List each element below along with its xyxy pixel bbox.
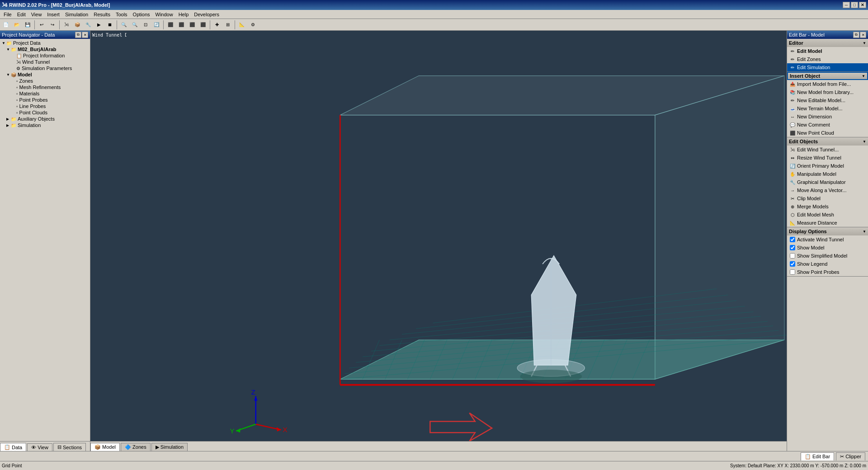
tree-simulation[interactable]: ▶ 📁 Simulation bbox=[1, 122, 89, 128]
menu-insert[interactable]: Insert bbox=[44, 11, 62, 18]
clipper-tab[interactable]: ✂ Clipper bbox=[836, 452, 865, 461]
new-terrain-label: New Terrain Model... bbox=[797, 106, 843, 111]
tree-model[interactable]: ▼ 📦 Model bbox=[1, 71, 89, 78]
measure-icon: 📐 bbox=[790, 221, 795, 226]
toolbar-btn4[interactable]: 📦 bbox=[72, 20, 82, 30]
edit-model-mesh-item[interactable]: ⬡ Edit Model Mesh bbox=[787, 211, 868, 219]
right-panel-float-btn[interactable]: ⧉ bbox=[853, 32, 859, 38]
tree-materials[interactable]: ▫ Materials bbox=[1, 90, 89, 97]
show-legend-checkbox[interactable] bbox=[790, 261, 795, 267]
viewport-tab-zones[interactable]: 🔷 Zones bbox=[121, 443, 151, 451]
toolbar-redo[interactable]: ↪ bbox=[47, 20, 57, 30]
graphical-manipulator-item[interactable]: 🔧 Graphical Manipulator bbox=[787, 178, 868, 186]
clip-model-item[interactable]: ✂ Clip Model bbox=[787, 194, 868, 202]
toolbar-zoom-out[interactable]: 🔍 bbox=[130, 20, 140, 30]
tree-sim-params[interactable]: ⚙ Simulation Parameters bbox=[1, 65, 89, 71]
import-model-item[interactable]: 📥 Import Model from File... bbox=[787, 80, 868, 88]
menu-results[interactable]: Results bbox=[91, 11, 113, 18]
tree-project-info[interactable]: 📋 Project Information bbox=[1, 52, 89, 59]
toolbar-btn6[interactable]: ▶ bbox=[94, 20, 104, 30]
toolbar-btn3[interactable]: 🌬 bbox=[61, 20, 71, 30]
toolbar-save[interactable]: 💾 bbox=[23, 20, 33, 30]
toolbar-snap[interactable]: ✚ bbox=[212, 20, 222, 30]
toolbar-open[interactable]: 📂 bbox=[12, 20, 22, 30]
toolbar-btn5[interactable]: 🔧 bbox=[83, 20, 93, 30]
activate-wind-tunnel-checkbox[interactable] bbox=[790, 237, 795, 242]
viewport-tab-model[interactable]: 📦 Model bbox=[90, 443, 120, 451]
toolbar-view-2[interactable]: ⬛ bbox=[176, 20, 186, 30]
left-panel-close-btn[interactable]: ✕ bbox=[82, 32, 88, 38]
toolbar-grid[interactable]: ⊞ bbox=[223, 20, 233, 30]
edit-model-item[interactable]: ✏ Edit Model bbox=[787, 47, 868, 55]
toolbar-new[interactable]: 📄 bbox=[1, 20, 11, 30]
new-point-cloud-item[interactable]: ⬛ New Point Cloud bbox=[787, 129, 868, 137]
restore-button[interactable]: □ bbox=[851, 2, 858, 8]
tab-data[interactable]: 📋 Data bbox=[0, 443, 26, 451]
orient-primary-model-item[interactable]: 🔄 Orient Primary Model bbox=[787, 162, 868, 170]
new-model-library-item[interactable]: 📚 New Model from Library... bbox=[787, 88, 868, 96]
manipulate-model-item[interactable]: ✋ Manipulate Model bbox=[787, 170, 868, 178]
menu-developers[interactable]: Developers bbox=[191, 11, 222, 18]
tab-sections[interactable]: ⊟ Sections bbox=[53, 443, 86, 451]
new-dimension-item[interactable]: ↔ New Dimension bbox=[787, 113, 868, 121]
menu-tools[interactable]: Tools bbox=[113, 11, 130, 18]
minimize-button[interactable]: ─ bbox=[843, 2, 850, 8]
left-panel-float-btn[interactable]: ⧉ bbox=[75, 32, 81, 38]
tree-label-materials: Materials bbox=[19, 91, 40, 96]
close-button[interactable]: ✕ bbox=[859, 2, 866, 8]
edit-wind-tunnel-item[interactable]: 🌬 Edit Wind Tunnel... bbox=[787, 146, 868, 154]
tree-project-data[interactable]: ▼ 📁 Project Data bbox=[1, 40, 89, 46]
edit-bar-tab[interactable]: 📋 Edit Bar bbox=[801, 452, 834, 461]
toolbar-rotate[interactable]: 🔄 bbox=[151, 20, 161, 30]
merge-models-item[interactable]: ⊕ Merge Models bbox=[787, 202, 868, 211]
move-along-vector-item[interactable]: → Move Along a Vector... bbox=[787, 186, 868, 194]
show-model-checkbox[interactable] bbox=[790, 245, 795, 250]
edit-simulation-item[interactable]: ✏ Edit Simulation bbox=[787, 63, 868, 71]
toolbar-view-4[interactable]: ⬛ bbox=[198, 20, 208, 30]
tree-wind-tunnel[interactable]: 🌬 Wind Tunnel bbox=[1, 59, 89, 65]
insert-section-arrow: ▼ bbox=[862, 74, 865, 78]
show-model-label: Show Model bbox=[797, 245, 825, 250]
toolbar-view-3[interactable]: ⬛ bbox=[187, 20, 197, 30]
edit-zones-item[interactable]: ✏ Edit Zones bbox=[787, 55, 868, 63]
display-options-header[interactable]: Display Options ▼ bbox=[787, 227, 868, 235]
tab-view[interactable]: 👁 View bbox=[27, 443, 52, 451]
right-panel-close-btn[interactable]: ✕ bbox=[860, 32, 866, 38]
toolbar-zoom-in[interactable]: 🔍 bbox=[119, 20, 129, 30]
toolbar-btn7[interactable]: ⏹ bbox=[105, 20, 115, 30]
toolbar-misc-2[interactable]: ⚙ bbox=[248, 20, 258, 30]
tree-aux-objects[interactable]: ▶ 📁 Auxiliary Objects bbox=[1, 116, 89, 122]
menu-edit[interactable]: Edit bbox=[14, 11, 28, 18]
new-terrain-item[interactable]: 🗻 New Terrain Model... bbox=[787, 104, 868, 113]
display-options-arrow: ▼ bbox=[863, 230, 866, 234]
menu-window[interactable]: Window bbox=[153, 11, 176, 18]
toolbar-fit[interactable]: ⊡ bbox=[141, 20, 151, 30]
right-panel-header: Edit Bar - Model ⧉ ✕ bbox=[787, 31, 868, 39]
menu-options[interactable]: Options bbox=[130, 11, 153, 18]
measure-distance-item[interactable]: 📐 Measure Distance bbox=[787, 219, 868, 227]
tree-mesh[interactable]: ▫ Mesh Refinements bbox=[1, 84, 89, 90]
tree-point-probes[interactable]: ▫ Point Probes bbox=[1, 97, 89, 103]
new-editable-model-item[interactable]: ✏ New Editable Model... bbox=[787, 96, 868, 104]
edit-objects-section-header[interactable]: Edit Objects ▼ bbox=[787, 137, 868, 146]
menu-help[interactable]: Help bbox=[176, 11, 192, 18]
tree-point-clouds[interactable]: ▫ Point Clouds bbox=[1, 109, 89, 116]
svg-point-46 bbox=[520, 370, 582, 383]
menu-simulation[interactable]: Simulation bbox=[62, 11, 91, 18]
tree-line-probes[interactable]: ▫ Line Probes bbox=[1, 103, 89, 109]
show-point-probes-checkbox[interactable] bbox=[790, 269, 795, 275]
viewport[interactable]: Wind Tunnel Dimensions: Dx = 1522.629 m,… bbox=[90, 31, 787, 441]
tree-zones[interactable]: ▫ Zones bbox=[1, 78, 89, 84]
insert-section-header[interactable]: Insert Object ▼ bbox=[787, 72, 868, 80]
editor-section-header[interactable]: Editor ▼ bbox=[787, 39, 868, 47]
viewport-tab-simulation[interactable]: ▶ Simulation bbox=[151, 443, 188, 451]
toolbar-undo[interactable]: ↩ bbox=[37, 20, 47, 30]
menu-view[interactable]: View bbox=[28, 11, 45, 18]
toolbar-misc-1[interactable]: 📐 bbox=[237, 20, 247, 30]
show-simplified-model-checkbox[interactable] bbox=[790, 253, 795, 258]
new-comment-item[interactable]: 💬 New Comment bbox=[787, 121, 868, 129]
menu-file[interactable]: File bbox=[1, 11, 14, 18]
resize-wind-tunnel-item[interactable]: ⇔ Resize Wind Tunnel bbox=[787, 154, 868, 162]
toolbar-view-1[interactable]: ⬛ bbox=[165, 20, 175, 30]
tree-m02[interactable]: ▼ 📁 M02_BurjAlArab bbox=[1, 46, 89, 52]
